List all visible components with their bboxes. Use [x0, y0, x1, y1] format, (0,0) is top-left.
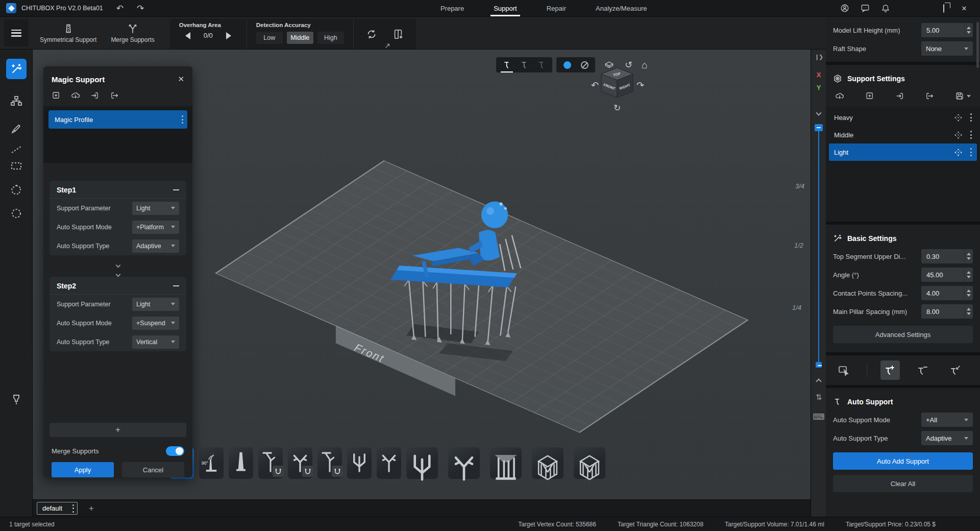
- height-slider-track[interactable]: [818, 127, 819, 365]
- refresh-detection-icon[interactable]: [366, 29, 377, 40]
- step1-collapse-icon[interactable]: [173, 189, 179, 190]
- profile-kebab-icon[interactable]: [970, 131, 972, 139]
- tile-angled-90[interactable]: 90°: [199, 447, 224, 479]
- polygon-select-tool[interactable]: [6, 180, 27, 200]
- tile-v-branch-magnet[interactable]: [288, 447, 312, 479]
- merge-supports-button[interactable]: Merge Supports: [104, 17, 161, 49]
- add-scene-tab-button[interactable]: +: [89, 503, 94, 514]
- cloud-download-icon[interactable]: [71, 91, 80, 100]
- toolbar-expand-icon[interactable]: [384, 42, 391, 50]
- step1-support-parameter-dropdown[interactable]: Light: [132, 202, 179, 215]
- step1-auto-support-mode-dropdown[interactable]: +Platform: [132, 221, 179, 234]
- contact-points-spacing-input[interactable]: 4.00: [921, 286, 964, 300]
- axis-y-button[interactable]: Y: [811, 84, 826, 91]
- cancel-button[interactable]: Cancel: [122, 462, 184, 477]
- profile-row-heavy[interactable]: Heavy: [829, 109, 977, 126]
- view-tip-supports-button[interactable]: [533, 57, 550, 73]
- tile-y-branch-magnet[interactable]: [317, 447, 342, 479]
- chevron-up-icon[interactable]: [811, 377, 826, 385]
- import-profile-icon[interactable]: [895, 91, 904, 101]
- tile-y-tree-large[interactable]: [448, 447, 480, 479]
- remove-support-tab[interactable]: [913, 360, 933, 380]
- nodes-icon[interactable]: [954, 113, 963, 122]
- cloud-download-icon[interactable]: [835, 91, 844, 101]
- overhang-next-icon[interactable]: [226, 32, 231, 39]
- spinner[interactable]: [964, 268, 973, 282]
- view-mid-supports-button[interactable]: [516, 57, 533, 73]
- model-lift-height-input[interactable]: 5.00: [921, 23, 964, 37]
- swap-vertical-icon[interactable]: ⇅: [811, 393, 826, 402]
- apply-button[interactable]: Apply: [52, 462, 114, 477]
- hamburger-menu-button[interactable]: [4, 19, 29, 46]
- step2-auto-support-mode-dropdown[interactable]: +Suspend: [132, 317, 179, 330]
- auto-support-type-dropdown[interactable]: Adaptive: [921, 431, 973, 445]
- detection-middle-button[interactable]: Middle: [287, 32, 313, 44]
- detection-low-button[interactable]: Low: [256, 32, 283, 44]
- import-profile-icon[interactable]: [90, 91, 100, 100]
- scene-tab-default[interactable]: default: [37, 502, 78, 515]
- axis-x-button[interactable]: X: [811, 71, 826, 79]
- rotate-left-icon[interactable]: ↶: [591, 80, 599, 90]
- profile-row-middle[interactable]: Middle: [829, 126, 977, 143]
- height-slider-lower-handle[interactable]: [816, 362, 822, 368]
- view-cube[interactable]: TOP FRONT RIGHT ↶ ↷ ↻: [584, 64, 650, 120]
- undo-icon[interactable]: ↶: [116, 4, 124, 13]
- top-segment-upper-input[interactable]: 0.30: [921, 249, 964, 263]
- add-profile-icon[interactable]: [52, 91, 61, 100]
- save-profile-button[interactable]: [955, 91, 971, 101]
- detection-high-button[interactable]: High: [317, 32, 344, 44]
- angle-input[interactable]: 45.00: [921, 268, 964, 282]
- spinner[interactable]: [964, 304, 973, 319]
- magic-support-tool[interactable]: [6, 59, 27, 79]
- add-profile-icon[interactable]: [865, 91, 874, 101]
- brush-tool[interactable]: [6, 118, 27, 139]
- model-solid-view-button[interactable]: [558, 57, 576, 73]
- add-to-library-icon[interactable]: [393, 29, 404, 40]
- tile-lattice-cage-a[interactable]: [532, 447, 564, 479]
- add-step-button[interactable]: +: [50, 423, 186, 437]
- merge-supports-toggle[interactable]: [166, 446, 184, 456]
- scene-tab-kebab-icon[interactable]: [72, 504, 74, 513]
- tab-prepare[interactable]: Prepare: [440, 0, 464, 16]
- step1-auto-support-type-dropdown[interactable]: Adaptive: [132, 239, 179, 253]
- right-panel-scrollbar[interactable]: [976, 22, 979, 68]
- chevron-down-icon[interactable]: [811, 109, 826, 116]
- auto-add-support-button[interactable]: Auto Add Support: [833, 452, 973, 470]
- step2-collapse-icon[interactable]: [173, 285, 179, 286]
- rect-select-tool[interactable]: [6, 156, 27, 176]
- tile-trident[interactable]: [347, 447, 372, 479]
- step2-auto-support-type-dropdown[interactable]: Vertical: [132, 335, 179, 349]
- tab-analyze-measure[interactable]: Analyze/Measure: [596, 0, 647, 16]
- step2-support-parameter-dropdown[interactable]: Light: [132, 298, 179, 311]
- height-slider-upper-handle[interactable]: [815, 124, 823, 131]
- profile-row-light[interactable]: Light: [829, 143, 977, 161]
- close-button[interactable]: ✕: [958, 5, 971, 12]
- restore-button[interactable]: [937, 5, 950, 12]
- profile-kebab-icon[interactable]: [970, 113, 972, 122]
- export-profile-icon[interactable]: [110, 91, 119, 100]
- edit-support-tab[interactable]: [946, 360, 965, 380]
- collapse-panel-icon[interactable]: ❙❯: [811, 54, 826, 60]
- tab-repair[interactable]: Repair: [547, 0, 566, 16]
- spinner[interactable]: [964, 249, 973, 263]
- tile-trident-large[interactable]: [406, 447, 438, 479]
- tile-straight-pillar[interactable]: [229, 447, 253, 479]
- profile-kebab-icon[interactable]: [970, 148, 972, 156]
- tile-lattice-cage-b[interactable]: [574, 447, 605, 479]
- ellipse-select-tool[interactable]: [6, 203, 27, 224]
- panel-close-icon[interactable]: ✕: [178, 75, 184, 84]
- tile-branch-magnet[interactable]: [258, 447, 283, 479]
- spinner[interactable]: [964, 286, 973, 300]
- auto-support-mode-dropdown[interactable]: +All: [921, 413, 973, 427]
- structure-tool[interactable]: [6, 91, 27, 111]
- overhang-prev-icon[interactable]: [185, 32, 190, 39]
- main-pillar-spacing-input[interactable]: 8.00: [921, 304, 964, 319]
- add-support-tab[interactable]: [880, 360, 900, 380]
- advanced-settings-button[interactable]: Advanced Settings: [833, 326, 973, 343]
- notification-bell-icon[interactable]: [881, 4, 890, 13]
- model-lift-height-spinner[interactable]: [964, 23, 973, 37]
- edit-platform-tab[interactable]: [834, 360, 853, 380]
- feedback-icon[interactable]: [861, 4, 870, 13]
- keyboard-shortcuts-icon[interactable]: ⌨: [811, 412, 826, 422]
- export-profile-icon[interactable]: [925, 91, 934, 101]
